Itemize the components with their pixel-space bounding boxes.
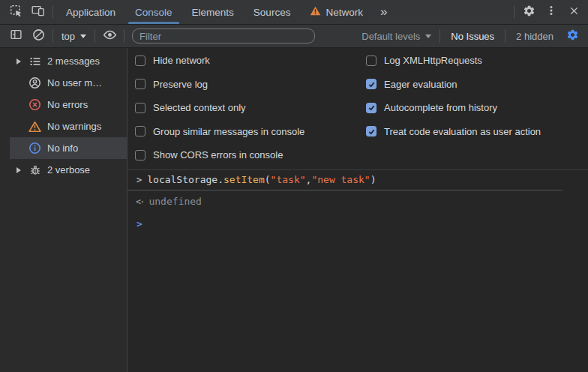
- tab-label: Sources: [254, 7, 291, 18]
- sidebar-item-messages[interactable]: 2 messages: [10, 50, 127, 72]
- tab-label: Console: [135, 7, 172, 18]
- sidebar-item-label: 2 messages: [47, 56, 100, 67]
- toolbar-divider: [52, 29, 53, 43]
- kebab-menu-icon: [545, 4, 557, 20]
- setting-label: Selected context only: [153, 102, 246, 113]
- sidebar-item-label: No warnings: [47, 121, 101, 132]
- setting-hide-network[interactable]: Hide network: [135, 49, 366, 73]
- console-toolbar: top Default levels No Issues 2 hidden: [0, 25, 588, 48]
- devtools-tabbar: Application Console Elements Sources Net…: [0, 0, 588, 25]
- caret-right-icon: [16, 167, 21, 173]
- setting-label: Hide network: [153, 55, 210, 66]
- eye-icon: [103, 29, 117, 44]
- toolbar-divider: [94, 29, 95, 43]
- setting-eager-evaluation[interactable]: Eager evaluation: [366, 73, 541, 97]
- more-tabs-button[interactable]: »: [373, 0, 394, 24]
- sidebar-item-label: No errors: [47, 99, 88, 110]
- settings-column-right: Log XMLHttpRequests Eager evaluation Aut…: [366, 49, 541, 167]
- checkbox[interactable]: [135, 150, 146, 160]
- caret-down-icon: [80, 34, 86, 38]
- toolbar-divider: [505, 29, 506, 43]
- warning-icon: [310, 6, 321, 18]
- settings-column-left: Hide network Preserve log Selected conte…: [135, 49, 366, 167]
- sidebar-item-label: 2 verbose: [47, 164, 90, 176]
- issues-counter[interactable]: No Issues: [443, 25, 502, 47]
- bug-icon: [28, 164, 41, 176]
- setting-label: Log XMLHttpRequests: [384, 55, 482, 66]
- tab-label: Elements: [192, 7, 234, 18]
- clear-console-button[interactable]: [27, 28, 50, 44]
- setting-label: Treat code evaluation as user action: [384, 126, 541, 137]
- console-result-entry: <· undefined: [128, 190, 588, 212]
- setting-selected-context-only[interactable]: Selected context only: [135, 96, 366, 120]
- error-icon: [28, 98, 41, 111]
- tab-label: Application: [66, 7, 116, 18]
- command-text: localStorage.setItem("task","new task"): [147, 174, 376, 185]
- close-icon: [568, 5, 580, 20]
- setting-label: Autocomplete from history: [384, 102, 497, 113]
- settings-button[interactable]: [518, 4, 540, 20]
- filter-input[interactable]: [132, 28, 315, 44]
- console-settings-button[interactable]: [561, 28, 584, 44]
- device-toolbar-button[interactable]: [27, 0, 50, 24]
- console-main: Hide network Preserve log Selected conte…: [128, 48, 588, 372]
- tab-application[interactable]: Application: [56, 0, 125, 24]
- console-prompt[interactable]: >: [128, 212, 588, 230]
- setting-preserve-log[interactable]: Preserve log: [135, 73, 366, 97]
- setting-show-cors-errors[interactable]: Show CORS errors in console: [135, 143, 366, 167]
- console-settings-pane: Hide network Preserve log Selected conte…: [128, 48, 588, 170]
- sidebar-item-errors[interactable]: No errors: [10, 94, 127, 116]
- console-sidebar: 2 messages No user m…: [0, 48, 128, 372]
- hidden-messages-counter[interactable]: 2 hidden: [508, 25, 561, 47]
- sidebar-item-info[interactable]: No info: [10, 137, 127, 159]
- live-expression-button[interactable]: [98, 29, 121, 44]
- sidebar-item-user-messages[interactable]: No user m…: [10, 72, 127, 94]
- prompt-chevron-icon: >: [136, 218, 142, 230]
- checkbox[interactable]: [366, 126, 376, 136]
- chevron-double-right-icon: »: [380, 4, 387, 20]
- checkbox[interactable]: [135, 79, 146, 89]
- toolbar-divider: [52, 5, 53, 19]
- checkbox[interactable]: [135, 126, 146, 136]
- log-levels-value: Default levels: [362, 31, 420, 42]
- gear-icon: [523, 4, 536, 20]
- checkbox[interactable]: [135, 103, 146, 113]
- setting-label: Group similar messages in console: [153, 126, 304, 137]
- caret-down-icon: [425, 34, 431, 38]
- message-list-icon: [28, 55, 41, 68]
- inspect-element-button[interactable]: [4, 0, 27, 24]
- tab-label: Network: [326, 7, 363, 18]
- checkbox[interactable]: [366, 103, 376, 113]
- return-value-icon: <·: [136, 196, 143, 207]
- tab-sources[interactable]: Sources: [244, 0, 301, 24]
- toggle-console-sidebar-button[interactable]: [4, 28, 27, 44]
- close-devtools-button[interactable]: [562, 5, 585, 20]
- sidebar-item-label: No user m…: [47, 77, 102, 88]
- toolbar-divider: [440, 29, 440, 43]
- setting-autocomplete-history[interactable]: Autocomplete from history: [366, 96, 541, 120]
- tab-network[interactable]: Network: [300, 0, 373, 24]
- sidebar-item-verbose[interactable]: 2 verbose: [10, 159, 127, 181]
- setting-group-similar[interactable]: Group similar messages in console: [135, 120, 366, 144]
- warning-icon: [28, 120, 41, 133]
- log-levels-dropdown[interactable]: Default levels: [356, 25, 436, 47]
- checkbox[interactable]: [366, 79, 376, 89]
- checkbox[interactable]: [135, 56, 146, 66]
- main-menu-button[interactable]: [540, 4, 562, 20]
- tab-console[interactable]: Console: [125, 0, 182, 24]
- tabbar-right-controls: [511, 0, 588, 24]
- setting-log-xmlhttprequests[interactable]: Log XMLHttpRequests: [366, 49, 541, 73]
- checkbox[interactable]: [366, 56, 376, 66]
- device-toolbar-icon: [32, 4, 45, 20]
- console-command-entry: > localStorage.setItem("task","new task"…: [128, 170, 562, 190]
- toolbar-divider: [514, 5, 514, 19]
- inspect-cursor-icon: [10, 4, 22, 20]
- setting-label: Eager evaluation: [384, 79, 458, 90]
- context-selector-dropdown[interactable]: top: [56, 25, 92, 47]
- caret-right-icon: [16, 58, 21, 64]
- console-content: 2 messages No user m…: [0, 48, 588, 372]
- tab-elements[interactable]: Elements: [182, 0, 244, 24]
- sidebar-item-warnings[interactable]: No warnings: [10, 116, 127, 137]
- setting-treat-code-evaluation[interactable]: Treat code evaluation as user action: [366, 120, 541, 144]
- toolbar-divider: [124, 29, 124, 43]
